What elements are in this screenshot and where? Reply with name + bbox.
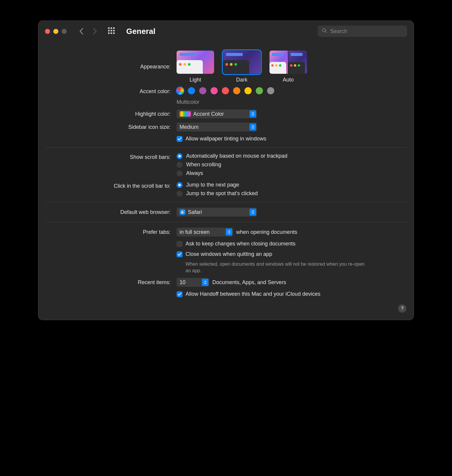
updown-icon	[226, 228, 232, 236]
click-scroll-next-label: Jump to the next page	[186, 182, 239, 188]
scrollbars-scrolling-label: When scrolling	[186, 162, 221, 168]
nav-buttons	[79, 28, 97, 35]
accent-green[interactable]	[256, 87, 263, 94]
scrollbars-always-label: Always	[186, 170, 203, 176]
accent-multicolor[interactable]	[177, 87, 184, 94]
svg-rect-3	[108, 30, 110, 32]
appearance-dark[interactable]: Dark	[223, 51, 261, 83]
accent-red[interactable]	[222, 87, 229, 94]
checkmark-icon	[177, 136, 183, 142]
updown-icon	[250, 110, 256, 118]
scrollbars-always-radio[interactable]: Always	[177, 170, 406, 176]
highlight-label: Highlight color:	[46, 111, 171, 117]
accent-selected-label: Multicolor	[177, 99, 406, 105]
scrollbars-auto-radio[interactable]: Automatically based on mouse or trackpad	[177, 153, 406, 159]
sidebar-icon-label: Sidebar icon size:	[46, 124, 171, 130]
appearance-light-preview	[177, 51, 214, 74]
prefer-tabs-popup[interactable]: in full screen	[177, 228, 233, 237]
appearance-dark-label: Dark	[236, 77, 247, 83]
prefer-tabs-label: Prefer tabs:	[46, 229, 171, 235]
appearance-options: Light Dark Auto	[177, 51, 406, 83]
appearance-auto-label: Auto	[283, 77, 294, 83]
search-field[interactable]	[318, 26, 407, 37]
click-scroll-label: Click in the scroll bar to:	[46, 182, 171, 189]
browser-popup[interactable]: Safari	[177, 208, 257, 217]
highlight-value: Accent Color	[193, 111, 224, 117]
highlight-popup[interactable]: Accent Color	[177, 109, 257, 118]
recent-label: Recent items:	[46, 279, 171, 286]
click-scroll-next-radio[interactable]: Jump to the next page	[177, 182, 406, 188]
accent-yellow[interactable]	[244, 87, 252, 94]
accent-gray[interactable]	[267, 87, 274, 94]
search-icon	[322, 28, 327, 35]
radio-icon	[177, 162, 183, 168]
forward-button[interactable]	[92, 28, 97, 35]
radio-icon	[177, 170, 183, 176]
updown-icon	[250, 123, 256, 131]
ask-keep-checkbox[interactable]: Ask to keep changes when closing documen…	[177, 241, 406, 247]
updown-icon	[250, 209, 256, 216]
svg-rect-8	[113, 32, 115, 34]
appearance-auto-preview	[269, 51, 307, 74]
titlebar: General	[38, 21, 414, 42]
window-controls	[45, 29, 67, 34]
accent-pink[interactable]	[211, 87, 218, 94]
ask-keep-label: Ask to keep changes when closing documen…	[186, 241, 295, 247]
recent-popup[interactable]: 10	[177, 278, 209, 287]
highlight-color-chip	[180, 111, 191, 117]
click-scroll-spot-label: Jump to the spot that's clicked	[186, 190, 258, 197]
checkmark-icon	[177, 291, 183, 297]
svg-rect-6	[108, 32, 110, 34]
zoom-window-button[interactable]	[62, 29, 67, 34]
appearance-light-label: Light	[189, 77, 201, 83]
sidebar-icon-value: Medium	[180, 124, 199, 130]
window-title: General	[126, 27, 155, 36]
updown-icon	[202, 279, 208, 286]
accent-purple[interactable]	[199, 87, 206, 94]
appearance-light[interactable]: Light	[177, 51, 214, 83]
close-windows-help: When selected, open documents and window…	[177, 261, 367, 274]
svg-line-10	[325, 32, 327, 33]
handoff-label: Allow Handoff between this Mac and your …	[186, 291, 320, 297]
svg-rect-1	[111, 27, 112, 29]
browser-label: Default web browser:	[46, 209, 171, 215]
recent-value: 10	[180, 279, 186, 286]
wallpaper-tint-checkbox[interactable]: Allow wallpaper tinting in windows	[177, 136, 406, 142]
prefer-tabs-suffix: when opening documents	[236, 229, 297, 235]
checkmark-icon	[177, 251, 183, 257]
svg-rect-7	[111, 32, 112, 34]
prefer-tabs-value: in full screen	[180, 229, 210, 235]
safari-icon	[180, 209, 186, 215]
radio-icon	[177, 191, 183, 197]
show-all-button[interactable]	[108, 27, 115, 35]
help-button[interactable]: ?	[398, 304, 406, 313]
scrollbars-label: Show scroll bars:	[46, 153, 171, 160]
separator	[46, 202, 406, 202]
accent-blue[interactable]	[188, 87, 195, 94]
close-windows-checkbox[interactable]: Close windows when quitting an app	[177, 251, 406, 257]
preferences-window: General Appearance: Light	[38, 21, 414, 320]
sidebar-icon-popup[interactable]: Medium	[177, 123, 257, 131]
appearance-label: Appearance:	[46, 64, 171, 70]
radio-icon	[177, 153, 183, 159]
accent-label: Accent color:	[46, 87, 171, 95]
handoff-checkbox[interactable]: Allow Handoff between this Mac and your …	[177, 291, 406, 297]
radio-icon	[177, 182, 183, 188]
recent-suffix: Documents, Apps, and Servers	[212, 279, 286, 286]
content: Appearance: Light	[38, 42, 414, 320]
click-scroll-spot-radio[interactable]: Jump to the spot that's clicked	[177, 190, 406, 197]
close-window-button[interactable]	[45, 29, 50, 34]
svg-rect-4	[111, 30, 112, 32]
separator	[46, 147, 406, 148]
appearance-auto[interactable]: Auto	[269, 51, 307, 83]
svg-rect-5	[113, 30, 115, 32]
wallpaper-tint-label: Allow wallpaper tinting in windows	[186, 136, 266, 142]
search-input[interactable]	[330, 28, 403, 35]
scrollbars-scrolling-radio[interactable]: When scrolling	[177, 162, 406, 168]
accent-orange[interactable]	[233, 87, 240, 94]
minimize-window-button[interactable]	[53, 29, 58, 34]
appearance-dark-preview	[223, 51, 261, 74]
scrollbars-auto-label: Automatically based on mouse or trackpad	[186, 153, 287, 159]
close-windows-label: Close windows when quitting an app	[186, 251, 272, 257]
back-button[interactable]	[79, 28, 84, 35]
